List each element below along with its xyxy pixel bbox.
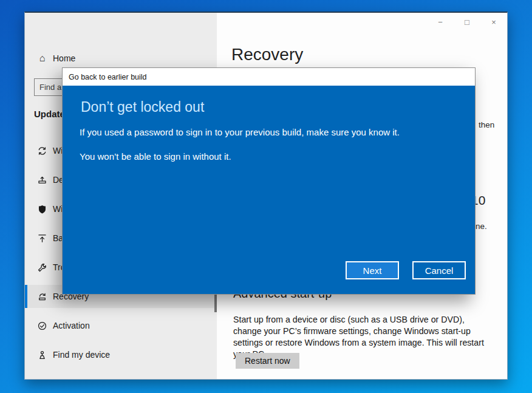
next-button[interactable]: Next: [346, 261, 399, 279]
dialog-body: Don’t get locked out If you used a passw…: [63, 86, 475, 295]
backup-icon: [37, 233, 47, 244]
sidebar-item-label: Find my device: [53, 350, 110, 360]
dialog-button-row: Next Cancel: [346, 261, 466, 279]
close-button[interactable]: ×: [480, 13, 507, 31]
go-back-dialog: Go back to earlier build Don’t get locke…: [62, 67, 476, 295]
maximize-button[interactable]: □: [454, 13, 480, 31]
dialog-text-line2: You won’t be able to sign in without it.: [80, 151, 231, 162]
page-title: Recovery: [231, 45, 303, 64]
sidebar-item-find-my-device[interactable]: Find my device: [25, 343, 217, 366]
activation-icon: [37, 321, 47, 331]
sidebar-item-home[interactable]: ⌂ Home: [25, 47, 217, 70]
recovery-icon: [37, 292, 47, 302]
desktop-background: ← Settings − □ × Recovery then 10 ne. Ad…: [0, 0, 532, 393]
sidebar-item-label: Activation: [53, 321, 90, 330]
home-icon: ⌂: [37, 53, 47, 64]
cancel-button[interactable]: Cancel: [412, 261, 466, 279]
sync-icon: [37, 146, 47, 156]
wrench-icon: [37, 262, 47, 273]
locate-icon: [37, 350, 47, 360]
go-back-paragraph-fragment: ne.: [476, 222, 487, 231]
dialog-text-line1: If you used a password to sign in to you…: [80, 127, 400, 137]
sidebar-item-label: Home: [53, 53, 75, 63]
dialog-heading: Don’t get locked out: [81, 99, 204, 115]
restart-now-button[interactable]: Restart now: [236, 353, 299, 369]
selected-accent-bar: [25, 285, 27, 308]
shield-icon: [37, 204, 47, 214]
settings-window: ← Settings − □ × Recovery then 10 ne. Ad…: [24, 12, 508, 380]
sidebar-item-cutoff-icon[interactable]: [37, 376, 47, 380]
minimize-button[interactable]: −: [427, 13, 454, 31]
dialog-titlebar: Go back to earlier build: [63, 68, 475, 86]
delivery-icon: [37, 175, 47, 185]
window-controls: − □ ×: [427, 13, 507, 31]
dialog-title: Go back to earlier build: [69, 73, 147, 81]
reset-paragraph-fragment: then: [479, 120, 494, 129]
sidebar-item-activation[interactable]: Activation: [25, 314, 217, 337]
